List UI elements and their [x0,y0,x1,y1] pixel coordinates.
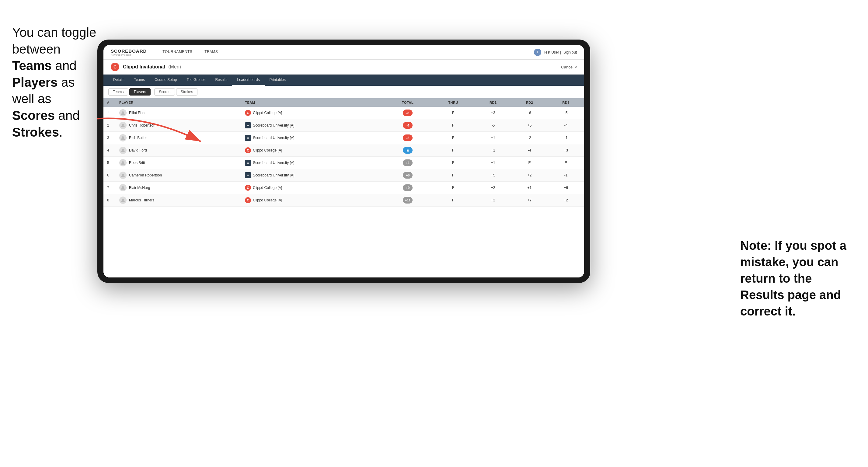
score-badge: E [403,147,412,154]
player-team: C Clippd College [A] [241,182,384,194]
player-total: +11 [384,194,432,207]
arrow-indicator [88,113,216,155]
team-logo-icon: C [245,185,251,191]
player-rd3: E [548,157,584,169]
toggle-teams-button[interactable]: Teams [108,88,128,96]
team-logo-icon: ≡ [245,160,251,166]
player-rd3: +3 [548,144,584,157]
logo-title: SCOREBOARD [111,49,147,54]
players-bold: Players [12,75,58,89]
team-logo-icon: C [245,197,251,203]
player-rd3: -1 [548,169,584,182]
table-row: 8 Marcus Turners C Clippd College [A] +1… [103,194,584,207]
player-rank: 7 [103,182,116,194]
tablet-frame: SCOREBOARD Powered by clippd TOURNAMENTS… [97,39,590,283]
player-rd3: -1 [548,132,584,144]
player-total: +6 [384,169,432,182]
score-badge: -2 [403,134,412,141]
player-thru: F [431,194,475,207]
scores-bold: Scores [12,108,55,123]
col-rd1: RD1 [475,98,512,107]
player-rd2: +1 [512,182,548,194]
col-total: TOTAL [384,98,432,107]
player-thru: F [431,169,475,182]
player-name: Rees Britt [116,157,241,169]
player-thru: F [431,182,475,194]
player-team: ≡ Scoreboard University [A] [241,157,384,169]
player-rd2: -2 [512,132,548,144]
col-player: PLAYER [116,98,241,107]
sign-out-link[interactable]: Sign out [563,50,577,55]
score-badge: -8 [403,110,412,116]
nav-teams[interactable]: TEAMS [198,45,224,59]
player-rd3: -5 [548,107,584,119]
nav-tournaments[interactable]: TOURNAMENTS [156,45,198,59]
player-rank: 8 [103,194,116,207]
player-rd2: +7 [512,194,548,207]
player-name: Cameron Robertson [116,169,241,182]
table-header-row: # PLAYER TEAM TOTAL THRU RD1 RD2 RD3 [103,98,584,107]
cancel-button[interactable]: Cancel × [561,65,577,69]
tournament-logo-icon: C [111,63,119,71]
tournament-header: C Clippd Invitational (Men) Cancel × [103,60,584,74]
player-thru: F [431,157,475,169]
player-thru: F [431,119,475,132]
player-name: Blair McHarg [116,182,241,194]
nav-bar: SCOREBOARD Powered by clippd TOURNAMENTS… [103,45,584,60]
player-team: ≡ Scoreboard University [A] [241,119,384,132]
player-thru: F [431,107,475,119]
player-rd1: +2 [475,182,512,194]
tournament-gender: (Men) [168,64,181,69]
tab-teams[interactable]: Teams [129,74,150,86]
tablet-screen: SCOREBOARD Powered by clippd TOURNAMENTS… [103,45,584,277]
sub-toggle-bar: Teams Players Scores Strokes [103,86,584,98]
user-label: Test User | [544,50,561,55]
player-rd3: +2 [548,194,584,207]
tab-course-setup[interactable]: Course Setup [150,74,182,86]
left-annotation: You can toggle between Teams and Players… [12,24,97,141]
tab-details[interactable]: Details [108,74,129,86]
tab-printables[interactable]: Printables [265,74,290,86]
tab-tee-groups[interactable]: Tee Groups [182,74,210,86]
player-team: C Clippd College [A] [241,144,384,157]
toggle-strokes-button[interactable]: Strokes [176,88,198,96]
col-thru: THRU [431,98,475,107]
tab-bar: Details Teams Course Setup Tee Groups Re… [103,74,584,86]
player-avatar [119,184,127,191]
player-rd1: +1 [475,157,512,169]
player-total: -4 [384,119,432,132]
player-total: E [384,144,432,157]
tab-leaderboards[interactable]: Leaderboards [232,74,265,86]
player-team: ≡ Scoreboard University [A] [241,169,384,182]
player-rd2: E [512,157,548,169]
tab-results[interactable]: Results [210,74,232,86]
team-logo-icon: ≡ [245,135,251,141]
player-total: -8 [384,107,432,119]
score-badge: +11 [403,197,412,204]
right-annotation: Note: If you spot a mistake, you can ret… [740,237,856,319]
player-rd3: +6 [548,182,584,194]
strokes-bold: Strokes [12,125,59,139]
team-logo-icon: ≡ [245,172,251,178]
col-rank: # [103,98,116,107]
player-name: Marcus Turners [116,194,241,207]
player-total: +9 [384,182,432,194]
score-badge: +6 [403,172,412,179]
score-badge: +1 [403,159,412,166]
col-rd2: RD2 [512,98,548,107]
nav-links: TOURNAMENTS TEAMS [156,45,224,59]
team-logo-icon: ≡ [245,122,251,128]
player-avatar [119,172,127,179]
player-rd2: -4 [512,144,548,157]
toggle-players-button[interactable]: Players [129,88,151,96]
player-rd1: +2 [475,194,512,207]
player-rank: 6 [103,169,116,182]
score-badge: -4 [403,122,412,129]
player-total: -2 [384,132,432,144]
toggle-scores-button[interactable]: Scores [154,88,175,96]
tournament-name: Clippd Invitational (Men) [123,64,181,70]
team-logo-icon: C [245,147,251,153]
player-thru: F [431,132,475,144]
col-team: TEAM [241,98,384,107]
player-rd2: -6 [512,107,548,119]
